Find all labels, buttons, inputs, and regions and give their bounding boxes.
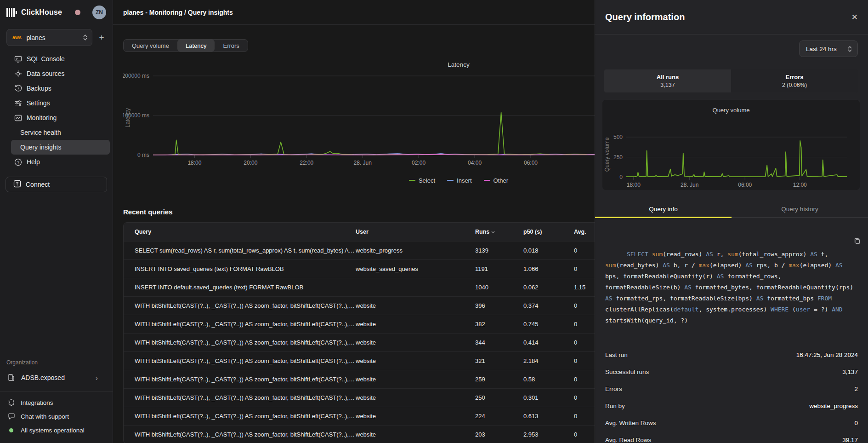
tab-all-runs[interactable]: All runs 3,137 [604,69,731,92]
connect-button[interactable]: Connect [6,177,107,192]
cell-runs: 250 [475,394,523,401]
svg-text:200000 ms: 200000 ms [123,73,149,79]
sql-token: user [796,306,810,313]
sidebar-item-help[interactable]: ? Help [0,155,113,169]
sql-token: formatted_rps, formatReadableSize(bps) [616,295,756,302]
sql-token: = ?) [810,306,832,313]
svg-text:18:00: 18:00 [187,160,201,166]
sql-token: AS [605,295,616,302]
cell-p50: 0.58 [523,376,574,383]
sql-token: max [789,262,799,269]
stat-value: 16:47:25, Jun 28 2024 [796,351,858,358]
volume-svg: 025050018:0028. Jun06:0012:00Query volum… [602,114,854,193]
app-window: ClickHouse ZN aws planes + SQL Console [0,0,868,443]
cell-user: website [356,357,475,364]
svg-text:0 ms: 0 ms [137,152,149,158]
legend-dash-icon [484,180,490,181]
cell-user: website [356,431,475,438]
service-selector[interactable]: aws planes [6,29,92,46]
sql-token: AS [835,262,846,269]
tab-query-history[interactable]: Query history [732,202,868,217]
stat-label: Errors [605,385,622,392]
sidebar-item-service-health[interactable]: Service health [0,125,113,140]
sql-token: AS [663,262,673,269]
stat-row: Last run16:47:25, Jun 28 2024 [605,346,858,363]
cell-runs: 382 [475,321,523,328]
sql-token: (elapsed) [709,262,745,269]
organization-icon [7,374,16,382]
add-service-button[interactable]: + [97,33,106,42]
column-header-user[interactable]: User [356,229,475,235]
svg-text:?: ? [17,160,19,164]
cell-query: WITH bitShiftLeft(CAST(?..), _CAST(?..))… [124,394,356,401]
column-header-runs[interactable]: Runs [475,229,523,235]
all-runs-count: 3,137 [660,82,675,88]
tab-latency[interactable]: Latency [177,40,215,52]
tab-query-info[interactable]: Query info [595,202,732,217]
tab-query-volume[interactable]: Query volume [124,40,177,52]
cell-runs: 203 [475,431,523,438]
copy-icon[interactable] [818,226,861,259]
cell-user: website [356,376,475,383]
organization-selector[interactable]: ADSB.exposed › [0,370,113,385]
tab-errors-runs[interactable]: Errors 2 (0.06%) [731,69,858,92]
column-header-p50[interactable]: p50 (s) [523,229,574,235]
page-title: planes - Monitoring / Query insights [123,9,233,16]
settings-sliders-icon [14,99,22,107]
panel-title: Query information [605,12,685,23]
brand-row: ClickHouse ZN [0,6,113,19]
organization-name: ADSB.exposed [21,374,65,381]
organization-section-label: Organization [0,359,113,366]
sql-token: sum [727,251,738,258]
stat-row: Avg. Written Rows0 [605,414,858,431]
clickhouse-logo-icon [6,8,17,17]
sql-token: FROM [817,295,835,302]
close-icon[interactable]: ✕ [851,13,858,21]
stat-label: Run by [605,403,625,409]
sidebar-item-settings[interactable]: Settings [0,96,113,110]
sql-token: formatted_bps [767,295,817,302]
legend-label: Select [419,177,435,184]
sidebar-item-integrations[interactable]: Integrations [0,396,113,409]
sql-token: max [699,262,709,269]
legend-item-other[interactable]: Other [484,177,509,184]
sidebar-item-chat-support[interactable]: Chat with support [0,409,113,423]
sidebar-item-query-insights[interactable]: Query insights [11,140,110,155]
time-range-select[interactable]: Last 24 hrs [799,40,858,57]
time-range-value: Last 24 hrs [806,46,837,52]
sidebar-item-sql-console[interactable]: SQL Console [0,52,113,66]
cell-runs: 344 [475,339,523,346]
svg-text:0: 0 [619,174,623,180]
legend-item-select[interactable]: Select [409,177,435,184]
cell-p50: 0.374 [523,302,574,309]
system-status[interactable]: All systems operational [0,423,113,437]
sql-token: SELECT [627,251,652,258]
stat-label: Last run [605,351,628,358]
sidebar-item-monitoring[interactable]: Monitoring [0,110,113,125]
stat-row: Successful runs3,137 [605,363,858,380]
sidebar-subitem-label: Query insights [20,144,61,151]
query-volume-chart: Query volume 025050018:0028. Jun06:0012:… [602,100,860,190]
svg-text:28. Jun: 28. Jun [681,182,698,188]
backups-icon [14,84,22,92]
status-label: All systems operational [21,427,85,434]
svg-text:22:00: 22:00 [300,160,313,166]
cell-query: WITH bitShiftLeft(CAST(?..), _CAST(?..))… [124,431,356,438]
sql-token: bps, formatReadableQuantity(r) [605,273,717,280]
runs-summary-tabs: All runs 3,137 Errors 2 (0.06%) [604,69,858,92]
notification-dot-icon[interactable] [75,10,80,15]
sidebar-item-label: Monitoring [27,114,57,121]
tab-errors[interactable]: Errors [215,40,247,52]
sidebar-item-data-sources[interactable]: Data sources [0,66,113,81]
avatar[interactable]: ZN [92,6,106,19]
column-header-query[interactable]: Query [124,229,356,235]
query-information-panel: Query information ✕ Last 24 hrs All runs… [595,0,868,443]
chevron-updown-icon [848,46,852,52]
legend-item-insert[interactable]: Insert [447,177,472,184]
stat-label: Avg. Written Rows [605,420,656,426]
sidebar-item-label: Data sources [27,70,64,77]
sidebar-item-backups[interactable]: Backups [0,81,113,96]
chevron-updown-icon [83,35,87,40]
sql-token: AS [717,273,727,280]
cell-runs: 1191 [475,265,523,272]
